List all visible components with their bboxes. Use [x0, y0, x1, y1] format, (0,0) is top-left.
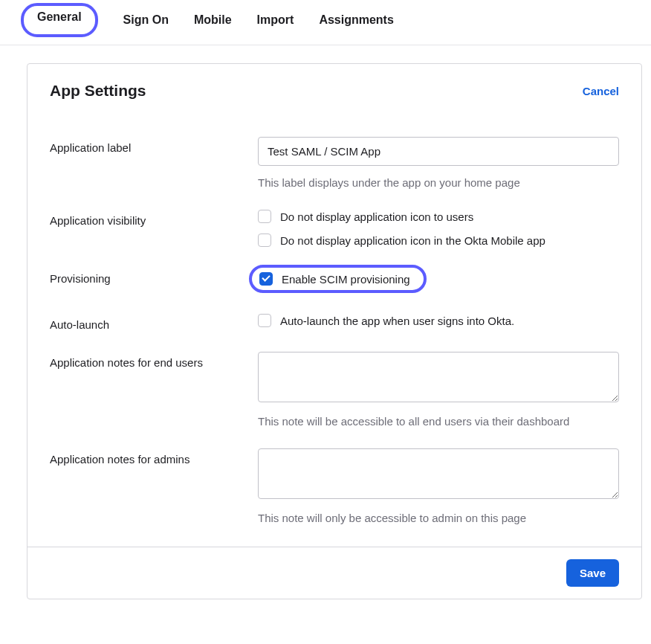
checkbox-hide-users-label: Do not display application icon to users	[280, 210, 473, 223]
label-provisioning: Provisioning	[50, 268, 258, 285]
checkbox-hide-mobile[interactable]	[258, 234, 271, 247]
row-auto-launch: Auto-launch Auto-launch the app when use…	[50, 314, 619, 331]
row-notes-end-users: Application notes for end users This not…	[50, 352, 619, 428]
checkbox-auto-launch-label: Auto-launch the app when user signs into…	[280, 315, 514, 327]
notes-end-users-textarea[interactable]	[258, 352, 619, 402]
label-notes-end-users: Application notes for end users	[50, 352, 258, 369]
label-notes-admins: Application notes for admins	[50, 448, 258, 466]
label-auto-launch: Auto-launch	[50, 314, 258, 331]
checkbox-enable-scim[interactable]	[259, 272, 273, 286]
checkbox-auto-launch[interactable]	[258, 314, 271, 327]
tab-assignments[interactable]: Assignments	[319, 6, 393, 34]
panel-body: Application label This label displays un…	[27, 107, 641, 547]
tab-general[interactable]: General	[21, 3, 98, 37]
tab-sign-on[interactable]: Sign On	[123, 6, 169, 34]
checkbox-hide-users[interactable]	[258, 210, 271, 223]
tab-bar: General Sign On Mobile Import Assignment…	[0, 6, 651, 45]
tab-import[interactable]: Import	[257, 6, 294, 34]
notes-admins-help: This note will only be accessible to adm…	[258, 512, 619, 524]
application-label-input[interactable]	[258, 137, 619, 166]
checkbox-hide-mobile-label: Do not display application icon in the O…	[280, 234, 545, 247]
checkbox-enable-scim-label: Enable SCIM provisioning	[282, 273, 410, 286]
provisioning-highlight: Enable SCIM provisioning	[249, 265, 427, 293]
panel-header: App Settings Cancel	[27, 64, 641, 107]
label-application-label: Application label	[50, 137, 258, 154]
notes-end-users-help: This note will be accessible to all end …	[258, 415, 619, 428]
cancel-link[interactable]: Cancel	[583, 85, 619, 97]
tab-mobile[interactable]: Mobile	[194, 6, 232, 34]
save-button[interactable]: Save	[566, 559, 619, 587]
app-settings-panel: App Settings Cancel Application label Th…	[27, 63, 642, 599]
notes-admins-textarea[interactable]	[258, 448, 619, 499]
row-provisioning: Provisioning Enable SCIM provisioning	[50, 268, 619, 293]
row-notes-admins: Application notes for admins This note w…	[50, 448, 619, 524]
panel-footer: Save	[27, 547, 641, 599]
row-application-visibility: Application visibility Do not display ap…	[50, 210, 619, 247]
label-application-visibility: Application visibility	[50, 210, 258, 227]
row-application-label: Application label This label displays un…	[50, 137, 619, 189]
panel-title: App Settings	[50, 82, 146, 100]
application-label-help: This label displays under the app on you…	[258, 176, 619, 189]
